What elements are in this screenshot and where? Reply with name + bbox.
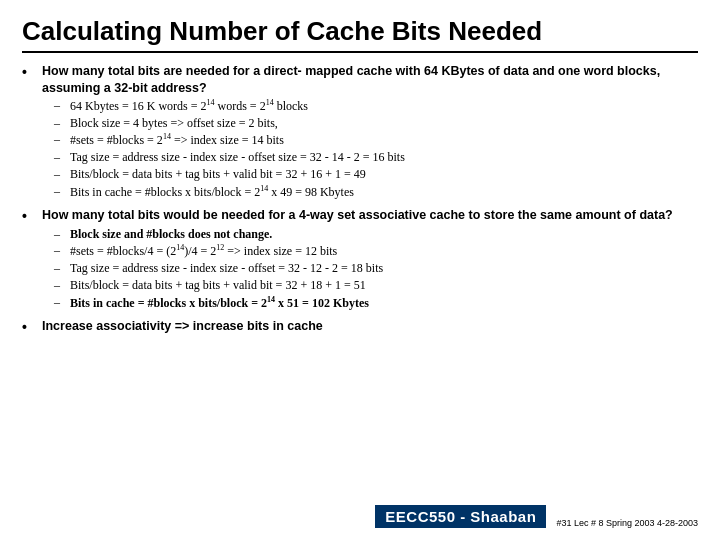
footer-info: #31 Lec # 8 Spring 2003 4-28-2003	[556, 518, 698, 528]
item-text: Bits/block = data bits + tag bits + vali…	[70, 167, 366, 183]
list-item: – #sets = #blocks/4 = (214)/4 = 212 => i…	[54, 243, 698, 260]
dash: –	[54, 261, 64, 277]
section-2: • How many total bits would be needed fo…	[22, 207, 698, 312]
bullet-2: • How many total bits would be needed fo…	[22, 207, 698, 226]
bullet-1-text: How many total bits are needed for a dir…	[42, 63, 698, 97]
item-text: Bits in cache = #blocks x bits/block = 2…	[70, 184, 354, 201]
list-item: – Block size and #blocks does not change…	[54, 227, 698, 243]
item-text: #sets = #blocks = 214 => index size = 14…	[70, 132, 284, 149]
dash: –	[54, 98, 64, 115]
dash: –	[54, 243, 64, 260]
dash: –	[54, 184, 64, 201]
bullet-dot-3: •	[22, 318, 34, 337]
list-item: – 64 Kbytes = 16 K words = 214 words = 2…	[54, 98, 698, 115]
dash: –	[54, 132, 64, 149]
sub-list-2: – Block size and #blocks does not change…	[54, 227, 698, 312]
sub-list-1: – 64 Kbytes = 16 K words = 214 words = 2…	[54, 98, 698, 201]
list-item: – Bits in cache = #blocks x bits/block =…	[54, 295, 698, 312]
bullet-3: • Increase associativity => increase bit…	[22, 318, 698, 337]
footer-badge: EECC550 - Shaaban	[375, 505, 546, 528]
content: • How many total bits are needed for a d…	[22, 63, 698, 499]
item-text: Tag size = address size - index size - o…	[70, 150, 405, 166]
bullet-dot-2: •	[22, 207, 34, 226]
bullet-1: • How many total bits are needed for a d…	[22, 63, 698, 97]
bullet-2-text: How many total bits would be needed for …	[42, 207, 673, 224]
bullet-dot-1: •	[22, 63, 34, 82]
list-item: – Tag size = address size - index size -…	[54, 261, 698, 277]
item-text: Block size and #blocks does not change.	[70, 227, 272, 243]
dash: –	[54, 116, 64, 132]
list-item: – #sets = #blocks = 214 => index size = …	[54, 132, 698, 149]
section-1: • How many total bits are needed for a d…	[22, 63, 698, 201]
list-item: – Bits/block = data bits + tag bits + va…	[54, 167, 698, 183]
item-text: #sets = #blocks/4 = (214)/4 = 212 => ind…	[70, 243, 337, 260]
item-text: Bits in cache = #blocks x bits/block = 2…	[70, 295, 369, 312]
dash: –	[54, 295, 64, 312]
list-item: – Bits in cache = #blocks x bits/block =…	[54, 184, 698, 201]
dash: –	[54, 227, 64, 243]
dash: –	[54, 278, 64, 294]
bullet-3-text: Increase associativity => increase bits …	[42, 318, 323, 335]
slide: Calculating Number of Cache Bits Needed …	[0, 0, 720, 540]
list-item: – Tag size = address size - index size -…	[54, 150, 698, 166]
list-item: – Block size = 4 bytes => offset size = …	[54, 116, 698, 132]
slide-title: Calculating Number of Cache Bits Needed	[22, 16, 698, 53]
footer: EECC550 - Shaaban #31 Lec # 8 Spring 200…	[22, 505, 698, 528]
item-text: Bits/block = data bits + tag bits + vali…	[70, 278, 366, 294]
dash: –	[54, 150, 64, 166]
list-item: – Bits/block = data bits + tag bits + va…	[54, 278, 698, 294]
item-text: Block size = 4 bytes => offset size = 2 …	[70, 116, 278, 132]
item-text: Tag size = address size - index size - o…	[70, 261, 383, 277]
dash: –	[54, 167, 64, 183]
section-3: • Increase associativity => increase bit…	[22, 318, 698, 337]
item-text: 64 Kbytes = 16 K words = 214 words = 214…	[70, 98, 308, 115]
